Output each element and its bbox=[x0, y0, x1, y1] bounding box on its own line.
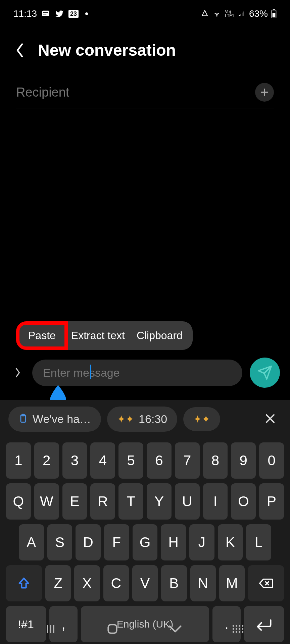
key-x[interactable]: X bbox=[74, 565, 100, 601]
close-suggestions-button[interactable] bbox=[259, 412, 282, 426]
message-input[interactable] bbox=[43, 366, 232, 379]
recipient-input[interactable] bbox=[16, 85, 255, 100]
nav-recents-button[interactable] bbox=[45, 623, 57, 635]
key-d[interactable]: D bbox=[76, 524, 101, 560]
notification-dot-icon bbox=[85, 12, 88, 15]
message-input-row bbox=[0, 358, 290, 388]
context-menu: Paste Extract text Clipboard bbox=[16, 321, 193, 350]
svg-rect-4 bbox=[239, 15, 240, 16]
key-5[interactable]: 5 bbox=[118, 442, 143, 479]
navigation-bar bbox=[0, 614, 290, 644]
suggestion-chip-3[interactable]: ✦✦ bbox=[183, 407, 220, 431]
nav-keyboard-button[interactable] bbox=[232, 625, 245, 633]
suggestion-row: We've ha… ✦✦ 16:30 ✦✦ bbox=[0, 400, 290, 438]
svg-rect-5 bbox=[240, 14, 241, 16]
key-4[interactable]: 4 bbox=[90, 442, 115, 479]
svg-point-24 bbox=[236, 625, 237, 627]
key-6[interactable]: 6 bbox=[147, 442, 172, 479]
key-shift[interactable] bbox=[6, 565, 42, 601]
key-b[interactable]: B bbox=[161, 565, 187, 601]
key-a[interactable]: A bbox=[19, 524, 44, 560]
message-input-container[interactable] bbox=[32, 360, 242, 386]
key-f[interactable]: F bbox=[104, 524, 129, 560]
keyboard: We've ha… ✦✦ 16:30 ✦✦ 1 2 3 4 5 6 7 8 9 … bbox=[0, 400, 290, 644]
suggestion-2-text: 16:30 bbox=[139, 413, 167, 426]
key-g[interactable]: G bbox=[133, 524, 158, 560]
key-k[interactable]: K bbox=[218, 524, 243, 560]
key-r[interactable]: R bbox=[90, 483, 115, 520]
twitter-icon bbox=[54, 9, 64, 18]
key-e[interactable]: E bbox=[62, 483, 87, 520]
key-backspace[interactable] bbox=[248, 565, 284, 601]
key-2[interactable]: 2 bbox=[34, 442, 59, 479]
app-header: New conversation bbox=[0, 24, 290, 73]
key-w[interactable]: W bbox=[34, 483, 59, 520]
svg-point-33 bbox=[239, 631, 240, 633]
svg-point-29 bbox=[239, 628, 240, 630]
nav-home-button[interactable] bbox=[106, 623, 119, 635]
svg-rect-22 bbox=[108, 625, 116, 633]
key-m[interactable]: M bbox=[219, 565, 245, 601]
nav-back-button[interactable] bbox=[168, 624, 183, 634]
paste-button[interactable]: Paste bbox=[28, 329, 56, 342]
svg-rect-0 bbox=[42, 11, 49, 16]
keyboard-row-numbers: 1 2 3 4 5 6 7 8 9 0 bbox=[6, 442, 284, 479]
key-3[interactable]: 3 bbox=[62, 442, 87, 479]
keyboard-row-a: A S D F G H J K L bbox=[6, 524, 284, 560]
svg-point-3 bbox=[216, 16, 217, 16]
volte-icon: Vo)LTE1 bbox=[225, 10, 234, 18]
svg-rect-7 bbox=[243, 11, 244, 16]
svg-point-26 bbox=[242, 625, 243, 627]
recipient-row bbox=[16, 83, 274, 108]
key-7[interactable]: 7 bbox=[175, 442, 200, 479]
key-z[interactable]: Z bbox=[45, 565, 71, 601]
key-h[interactable]: H bbox=[161, 524, 186, 560]
keyboard-row-z: Z X C V B N M bbox=[6, 565, 284, 601]
key-p[interactable]: P bbox=[259, 483, 284, 520]
key-y[interactable]: Y bbox=[147, 483, 172, 520]
highlight-annotation: Paste bbox=[16, 321, 68, 350]
key-o[interactable]: O bbox=[231, 483, 256, 520]
key-v[interactable]: V bbox=[132, 565, 158, 601]
sparkle-icon: ✦✦ bbox=[193, 413, 210, 425]
key-n[interactable]: N bbox=[190, 565, 216, 601]
key-j[interactable]: J bbox=[189, 524, 214, 560]
key-t[interactable]: T bbox=[118, 483, 143, 520]
suggestion-1-text: We've ha… bbox=[33, 413, 91, 426]
key-1[interactable]: 1 bbox=[6, 442, 31, 479]
signal-icon bbox=[238, 10, 246, 17]
svg-point-23 bbox=[233, 625, 234, 627]
page-title: New conversation bbox=[38, 41, 176, 59]
svg-point-28 bbox=[236, 628, 237, 630]
send-button[interactable] bbox=[250, 358, 280, 388]
suggestion-chip-2[interactable]: ✦✦ 16:30 bbox=[107, 407, 177, 432]
message-notification-icon bbox=[41, 9, 50, 18]
battery-percent: 63% bbox=[249, 8, 268, 19]
key-0[interactable]: 0 bbox=[259, 442, 284, 479]
key-l[interactable]: L bbox=[246, 524, 271, 560]
add-recipient-button[interactable] bbox=[255, 83, 274, 102]
key-c[interactable]: C bbox=[103, 565, 129, 601]
svg-point-34 bbox=[242, 631, 243, 633]
recycle-icon bbox=[201, 10, 209, 18]
key-s[interactable]: S bbox=[47, 524, 72, 560]
svg-point-27 bbox=[233, 628, 234, 630]
key-9[interactable]: 9 bbox=[231, 442, 256, 479]
extract-text-button[interactable]: Extract text bbox=[71, 329, 125, 342]
expand-button[interactable] bbox=[10, 367, 25, 379]
back-button[interactable] bbox=[15, 43, 25, 58]
clipboard-button[interactable]: Clipboard bbox=[137, 329, 183, 342]
key-8[interactable]: 8 bbox=[203, 442, 228, 479]
calendar-badge-icon: 23 bbox=[68, 10, 79, 18]
battery-icon bbox=[271, 9, 277, 18]
key-i[interactable]: I bbox=[203, 483, 228, 520]
text-cursor bbox=[90, 365, 91, 379]
sparkle-icon: ✦✦ bbox=[117, 413, 134, 425]
svg-point-25 bbox=[239, 625, 240, 627]
key-u[interactable]: U bbox=[175, 483, 200, 520]
svg-point-30 bbox=[242, 628, 243, 630]
key-q[interactable]: Q bbox=[6, 483, 31, 520]
status-time: 11:13 bbox=[13, 8, 37, 19]
suggestion-chip-1[interactable]: We've ha… bbox=[8, 407, 101, 432]
wifi-icon bbox=[212, 10, 222, 17]
